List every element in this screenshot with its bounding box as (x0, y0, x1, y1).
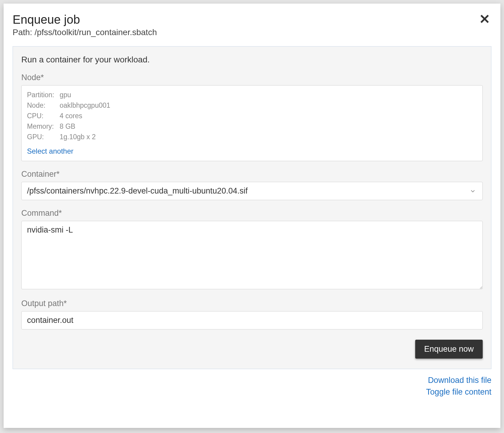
panel-description: Run a container for your workload. (21, 55, 483, 65)
node-node-key: Node: (27, 100, 60, 111)
node-kv-table: Partition: gpu Node: oaklbhpcgpu001 CPU:… (27, 90, 113, 142)
modal-path-prefix: Path: (13, 28, 34, 37)
node-partition-value: gpu (60, 90, 113, 100)
node-gpu-value: 1g.10gb x 2 (60, 132, 113, 142)
download-file-link[interactable]: Download this file (13, 374, 491, 386)
node-cpu-key: CPU: (27, 111, 60, 121)
modal-path-value: /pfss/toolkit/run_container.sbatch (34, 28, 157, 37)
node-summary-box: Partition: gpu Node: oaklbhpcgpu001 CPU:… (21, 85, 483, 161)
command-label: Command* (21, 209, 483, 218)
table-row: GPU: 1g.10gb x 2 (27, 132, 113, 142)
node-partition-key: Partition: (27, 90, 60, 100)
node-label: Node* (21, 73, 483, 82)
modal-header: Enqueue job Path: /pfss/toolkit/run_cont… (13, 13, 491, 37)
node-memory-key: Memory: (27, 121, 60, 132)
node-memory-value: 8 GB (60, 121, 113, 132)
container-label: Container* (21, 170, 483, 179)
enqueue-now-button[interactable]: Enqueue now (415, 340, 483, 359)
toggle-file-content-link[interactable]: Toggle file content (13, 386, 491, 398)
output-path-label: Output path* (21, 299, 483, 308)
table-row: Memory: 8 GB (27, 121, 113, 132)
container-select[interactable]: /pfss/containers/nvhpc.22.9-devel-cuda_m… (21, 182, 483, 200)
table-row: Node: oaklbhpcgpu001 (27, 100, 113, 111)
modal-heading-block: Enqueue job Path: /pfss/toolkit/run_cont… (13, 13, 157, 37)
node-cpu-value: 4 cores (60, 111, 113, 121)
modal-path: Path: /pfss/toolkit/run_container.sbatch (13, 28, 157, 37)
table-row: Partition: gpu (27, 90, 113, 100)
node-gpu-key: GPU: (27, 132, 60, 142)
form-panel: Run a container for your workload. Node*… (13, 46, 491, 369)
modal-title: Enqueue job (13, 13, 157, 26)
select-another-node-link[interactable]: Select another (27, 147, 74, 155)
command-textarea[interactable] (21, 221, 483, 289)
node-node-value: oaklbhpcgpu001 (60, 100, 113, 111)
output-path-input[interactable] (21, 311, 483, 329)
enqueue-job-modal: Enqueue job Path: /pfss/toolkit/run_cont… (4, 4, 500, 428)
close-icon[interactable]: ✕ (478, 13, 491, 26)
footer-links: Download this file Toggle file content (13, 374, 491, 398)
container-select-wrap: /pfss/containers/nvhpc.22.9-devel-cuda_m… (21, 182, 483, 200)
table-row: CPU: 4 cores (27, 111, 113, 121)
actions-row: Enqueue now (21, 340, 483, 359)
